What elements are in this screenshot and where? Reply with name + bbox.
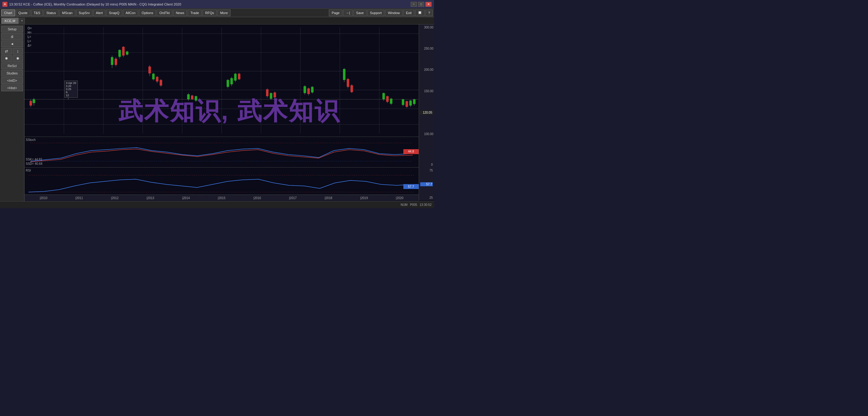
page-button[interactable]: Page: [329, 9, 342, 16]
print-button[interactable]: 🖨: [1, 33, 23, 40]
time-2014: |2014: [168, 196, 204, 200]
main-area: Setup 🖨 ◄ ⇄ ↨ ✱ ✱ ReScl Studies <IntD> <…: [0, 25, 434, 201]
time-2010: |2010: [26, 196, 61, 200]
time-2017: |2017: [275, 196, 310, 200]
title-bar: ✦ 13:30:52 KCE - Coffee (ICE), Monthly C…: [0, 0, 434, 8]
window-button[interactable]: Window: [385, 9, 402, 16]
hist-button[interactable]: <Hist>: [1, 85, 23, 91]
menu-tas[interactable]: T&S: [31, 9, 43, 16]
stoch-axis: 0: [419, 137, 434, 167]
svg-rect-37: [148, 66, 151, 73]
support-button[interactable]: Support: [367, 9, 385, 16]
time-2016: |2016: [239, 196, 275, 200]
svg-rect-71: [343, 69, 345, 80]
menu-snapq[interactable]: SnapQ: [106, 9, 122, 16]
svg-rect-27: [111, 57, 114, 65]
svg-rect-55: [234, 74, 237, 81]
svg-rect-43: [160, 80, 162, 86]
time-2013: |2013: [133, 196, 168, 200]
sidebar: Setup 🖨 ◄ ⇄ ↨ ✱ ✱ ReScl Studies <IntD> <…: [0, 25, 25, 201]
svg-rect-41: [156, 77, 158, 82]
high-label: H=: [28, 31, 32, 35]
price-axis-main: 300.00 250.00 200.00 150.00 120.05 100.0…: [419, 25, 434, 137]
nav-button[interactable]: →|: [343, 9, 353, 16]
studies-button[interactable]: Studies: [1, 70, 23, 76]
svg-rect-51: [226, 80, 229, 87]
maximize-button[interactable]: □: [418, 2, 424, 7]
edit-button[interactable]: ◄: [1, 40, 23, 47]
tab-kce-m[interactable]: KCE,M: [1, 18, 19, 24]
svg-rect-57: [238, 74, 240, 79]
menu-bar: Chart Quote T&S Status MScan SupSrv Aler…: [0, 8, 434, 17]
sidebar-row-1: ⇄ ↨: [1, 48, 23, 55]
menu-ordtkt[interactable]: OrdTkt: [157, 9, 173, 16]
svg-rect-75: [351, 85, 353, 92]
price-300: 300.00: [420, 26, 433, 29]
svg-rect-47: [191, 96, 193, 99]
help-button[interactable]: ?: [426, 9, 433, 16]
sidebar-btn-up-arrow[interactable]: ↨: [12, 48, 23, 55]
setup-button[interactable]: Setup: [1, 26, 23, 32]
price-current: 120.05: [420, 110, 433, 115]
menu-news[interactable]: News: [173, 9, 187, 16]
menu-trade[interactable]: Trade: [188, 9, 202, 16]
menu-options[interactable]: Options: [139, 9, 156, 16]
minimize-button[interactable]: −: [411, 2, 417, 7]
svg-rect-85: [405, 101, 408, 106]
menu-alert[interactable]: Alert: [93, 9, 106, 16]
ohlc-labels: O= H= L= L= Δ=: [28, 26, 32, 48]
price-250: 250.00: [420, 47, 433, 50]
intd-button[interactable]: <IntD>: [1, 77, 23, 84]
tooltip-box: 3 Apr 20 3.20 3.25 6. 12: [64, 81, 78, 98]
menu-right: Page →| Save Support Window Exit 🔲 ?: [329, 9, 433, 16]
low-label: L=: [28, 35, 32, 39]
svg-rect-45: [187, 94, 190, 99]
chart-container: O= H= L= L= Δ= 武术知识, 武术知识: [25, 25, 434, 201]
main-chart[interactable]: 3 Apr 20 3.20 3.25 6. 12: [25, 25, 419, 137]
menu-rfqs[interactable]: RFQs: [202, 9, 217, 16]
close-label: L=: [28, 39, 32, 43]
delta-label: Δ=: [28, 43, 32, 48]
sidebar-btn-star1[interactable]: ✱: [1, 55, 12, 62]
svg-rect-49: [195, 96, 197, 100]
layout-button[interactable]: 🔲: [415, 9, 425, 16]
menu-chart[interactable]: Chart: [1, 9, 15, 16]
svg-rect-33: [122, 47, 124, 56]
menu-left: Chart Quote T&S Status MScan SupSrv Aler…: [1, 9, 230, 16]
sidebar-btn-star2[interactable]: ✱: [12, 55, 23, 62]
status-page: P005: [410, 203, 417, 206]
time-2015: |2015: [204, 196, 239, 200]
title-bar-controls: − □ ✕: [411, 2, 432, 7]
svg-rect-61: [270, 93, 272, 99]
sidebar-btn-left-arrow[interactable]: ⇄: [1, 48, 12, 55]
close-button[interactable]: ✕: [426, 2, 432, 7]
time-2018: |2018: [311, 196, 346, 200]
svg-rect-67: [307, 89, 310, 94]
menu-more[interactable]: More: [217, 9, 230, 16]
title-bar-left: ✦ 13:30:52 KCE - Coffee (ICE), Monthly C…: [2, 2, 181, 7]
menu-quote[interactable]: Quote: [16, 9, 30, 16]
open-label: O=: [28, 26, 32, 31]
svg-rect-77: [382, 93, 385, 99]
stoch-badge: 44.8: [403, 149, 419, 154]
rescl-button[interactable]: ReScl: [1, 63, 23, 69]
exit-button[interactable]: Exit: [403, 9, 414, 16]
menu-supsrv[interactable]: SupSrv: [76, 9, 93, 16]
add-tab-button[interactable]: +: [19, 18, 25, 24]
menu-status[interactable]: Status: [43, 9, 59, 16]
menu-allcon[interactable]: AllCon: [123, 9, 138, 16]
svg-rect-79: [386, 96, 389, 102]
time-axis: |2010 |2011 |2012 |2013 |2014 |2015 |201…: [25, 194, 419, 201]
svg-rect-63: [273, 93, 276, 97]
time-2019: |2019: [346, 196, 382, 200]
svg-rect-35: [126, 52, 128, 55]
sidebar-row-2: ✱ ✱: [1, 55, 23, 62]
price-150: 150.00: [420, 90, 433, 93]
menu-mscan[interactable]: MScan: [59, 9, 75, 16]
time-2011: |2011: [61, 196, 97, 200]
svg-rect-73: [347, 79, 349, 87]
svg-rect-29: [115, 59, 117, 65]
time-2012: |2012: [97, 196, 132, 200]
stoch-panel: SStoch SSK= 44.82 SSD= 40.68 44.8: [25, 137, 419, 167]
save-button[interactable]: Save: [353, 9, 367, 16]
